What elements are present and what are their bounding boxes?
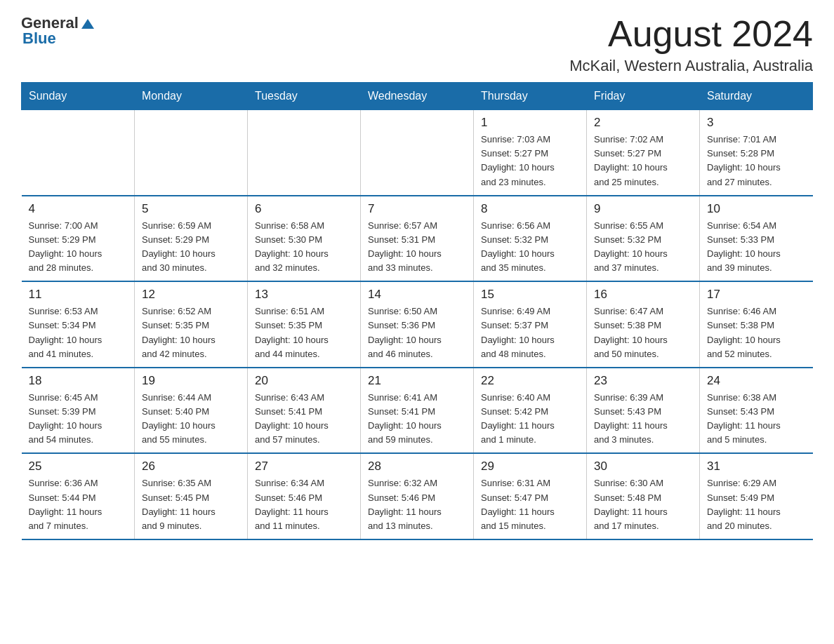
- day-number: 7: [368, 202, 466, 216]
- day-info: Sunrise: 6:44 AMSunset: 5:40 PMDaylight:…: [142, 391, 240, 448]
- calendar-day-cell: 1Sunrise: 7:03 AMSunset: 5:27 PMDaylight…: [474, 110, 587, 196]
- calendar-day-cell: 15Sunrise: 6:49 AMSunset: 5:37 PMDayligh…: [474, 281, 587, 368]
- day-number: 12: [142, 288, 240, 302]
- day-info: Sunrise: 6:52 AMSunset: 5:35 PMDaylight:…: [142, 304, 240, 361]
- calendar-day-cell: 26Sunrise: 6:35 AMSunset: 5:45 PMDayligh…: [135, 453, 248, 539]
- calendar-day-cell: 3Sunrise: 7:01 AMSunset: 5:28 PMDaylight…: [700, 110, 813, 196]
- calendar-day-cell: [22, 110, 135, 196]
- calendar-day-cell: 21Sunrise: 6:41 AMSunset: 5:41 PMDayligh…: [361, 368, 474, 454]
- page-header: General Blue August 2024 McKail, Western…: [21, 14, 813, 75]
- calendar-day-cell: 17Sunrise: 6:46 AMSunset: 5:38 PMDayligh…: [700, 281, 813, 368]
- calendar-day-cell: 9Sunrise: 6:55 AMSunset: 5:32 PMDaylight…: [587, 196, 700, 282]
- day-number: 16: [594, 288, 692, 302]
- weekday-header-friday: Friday: [587, 83, 700, 110]
- day-info: Sunrise: 6:36 AMSunset: 5:44 PMDaylight:…: [29, 476, 128, 533]
- calendar-day-cell: 5Sunrise: 6:59 AMSunset: 5:29 PMDaylight…: [135, 196, 248, 282]
- day-info: Sunrise: 6:59 AMSunset: 5:29 PMDaylight:…: [142, 219, 240, 276]
- day-number: 20: [255, 374, 353, 388]
- day-info: Sunrise: 6:30 AMSunset: 5:48 PMDaylight:…: [594, 476, 692, 533]
- logo-blue-text: Blue: [22, 29, 56, 48]
- calendar-day-cell: 22Sunrise: 6:40 AMSunset: 5:42 PMDayligh…: [474, 368, 587, 454]
- calendar-day-cell: 14Sunrise: 6:50 AMSunset: 5:36 PMDayligh…: [361, 281, 474, 368]
- day-number: 18: [29, 374, 128, 388]
- day-number: 25: [29, 459, 128, 474]
- weekday-header-tuesday: Tuesday: [248, 83, 361, 110]
- month-year-title: August 2024: [569, 14, 813, 54]
- day-number: 3: [707, 116, 806, 130]
- day-number: 10: [707, 202, 806, 216]
- day-number: 6: [255, 202, 353, 216]
- day-info: Sunrise: 6:56 AMSunset: 5:32 PMDaylight:…: [481, 219, 579, 276]
- day-info: Sunrise: 6:41 AMSunset: 5:41 PMDaylight:…: [368, 391, 466, 448]
- day-number: 29: [481, 459, 579, 474]
- day-info: Sunrise: 6:43 AMSunset: 5:41 PMDaylight:…: [255, 391, 353, 448]
- day-number: 2: [594, 116, 692, 130]
- calendar-header-row: SundayMondayTuesdayWednesdayThursdayFrid…: [22, 83, 813, 110]
- day-info: Sunrise: 6:50 AMSunset: 5:36 PMDaylight:…: [368, 304, 466, 361]
- day-info: Sunrise: 7:01 AMSunset: 5:28 PMDaylight:…: [707, 133, 806, 189]
- day-info: Sunrise: 7:00 AMSunset: 5:29 PMDaylight:…: [29, 219, 128, 276]
- day-info: Sunrise: 7:03 AMSunset: 5:27 PMDaylight:…: [481, 133, 579, 189]
- weekday-header-sunday: Sunday: [22, 83, 135, 110]
- day-number: 11: [29, 288, 128, 302]
- calendar-day-cell: 7Sunrise: 6:57 AMSunset: 5:31 PMDaylight…: [361, 196, 474, 282]
- day-number: 30: [594, 459, 692, 474]
- day-number: 23: [594, 374, 692, 388]
- calendar-day-cell: 27Sunrise: 6:34 AMSunset: 5:46 PMDayligh…: [248, 453, 361, 539]
- day-info: Sunrise: 6:46 AMSunset: 5:38 PMDaylight:…: [707, 304, 806, 361]
- day-number: 5: [142, 202, 240, 216]
- calendar-day-cell: 20Sunrise: 6:43 AMSunset: 5:41 PMDayligh…: [248, 368, 361, 454]
- calendar-day-cell: 6Sunrise: 6:58 AMSunset: 5:30 PMDaylight…: [248, 196, 361, 282]
- day-info: Sunrise: 6:39 AMSunset: 5:43 PMDaylight:…: [594, 391, 692, 448]
- weekday-header-monday: Monday: [135, 83, 248, 110]
- day-info: Sunrise: 6:47 AMSunset: 5:38 PMDaylight:…: [594, 304, 692, 361]
- calendar-week-row: 25Sunrise: 6:36 AMSunset: 5:44 PMDayligh…: [22, 453, 813, 539]
- day-number: 24: [707, 374, 806, 388]
- calendar-day-cell: 29Sunrise: 6:31 AMSunset: 5:47 PMDayligh…: [474, 453, 587, 539]
- day-number: 27: [255, 459, 353, 474]
- logo: General Blue: [21, 14, 94, 48]
- calendar-day-cell: 16Sunrise: 6:47 AMSunset: 5:38 PMDayligh…: [587, 281, 700, 368]
- day-info: Sunrise: 6:51 AMSunset: 5:35 PMDaylight:…: [255, 304, 353, 361]
- day-info: Sunrise: 6:49 AMSunset: 5:37 PMDaylight:…: [481, 304, 579, 361]
- location-text: McKail, Western Australia, Australia: [569, 57, 813, 75]
- calendar-day-cell: 10Sunrise: 6:54 AMSunset: 5:33 PMDayligh…: [700, 196, 813, 282]
- calendar-day-cell: 13Sunrise: 6:51 AMSunset: 5:35 PMDayligh…: [248, 281, 361, 368]
- day-number: 9: [594, 202, 692, 216]
- day-number: 19: [142, 374, 240, 388]
- day-number: 4: [29, 202, 128, 216]
- day-number: 26: [142, 459, 240, 474]
- day-info: Sunrise: 6:53 AMSunset: 5:34 PMDaylight:…: [29, 304, 128, 361]
- day-number: 17: [707, 288, 806, 302]
- calendar-day-cell: 19Sunrise: 6:44 AMSunset: 5:40 PMDayligh…: [135, 368, 248, 454]
- calendar-week-row: 4Sunrise: 7:00 AMSunset: 5:29 PMDaylight…: [22, 196, 813, 282]
- calendar-week-row: 18Sunrise: 6:45 AMSunset: 5:39 PMDayligh…: [22, 368, 813, 454]
- calendar-day-cell: 4Sunrise: 7:00 AMSunset: 5:29 PMDaylight…: [22, 196, 135, 282]
- day-info: Sunrise: 6:57 AMSunset: 5:31 PMDaylight:…: [368, 219, 466, 276]
- day-info: Sunrise: 6:45 AMSunset: 5:39 PMDaylight:…: [29, 391, 128, 448]
- calendar-day-cell: 25Sunrise: 6:36 AMSunset: 5:44 PMDayligh…: [22, 453, 135, 539]
- calendar-day-cell: 8Sunrise: 6:56 AMSunset: 5:32 PMDaylight…: [474, 196, 587, 282]
- day-number: 22: [481, 374, 579, 388]
- calendar-day-cell: 28Sunrise: 6:32 AMSunset: 5:46 PMDayligh…: [361, 453, 474, 539]
- calendar-week-row: 11Sunrise: 6:53 AMSunset: 5:34 PMDayligh…: [22, 281, 813, 368]
- day-number: 31: [707, 459, 806, 474]
- calendar-day-cell: 23Sunrise: 6:39 AMSunset: 5:43 PMDayligh…: [587, 368, 700, 454]
- day-number: 15: [481, 288, 579, 302]
- calendar-day-cell: 12Sunrise: 6:52 AMSunset: 5:35 PMDayligh…: [135, 281, 248, 368]
- calendar-day-cell: [361, 110, 474, 196]
- day-number: 1: [481, 116, 579, 130]
- day-info: Sunrise: 6:35 AMSunset: 5:45 PMDaylight:…: [142, 476, 240, 533]
- day-info: Sunrise: 6:31 AMSunset: 5:47 PMDaylight:…: [481, 476, 579, 533]
- day-info: Sunrise: 6:55 AMSunset: 5:32 PMDaylight:…: [594, 219, 692, 276]
- calendar-day-cell: 18Sunrise: 6:45 AMSunset: 5:39 PMDayligh…: [22, 368, 135, 454]
- day-number: 8: [481, 202, 579, 216]
- calendar-week-row: 1Sunrise: 7:03 AMSunset: 5:27 PMDaylight…: [22, 110, 813, 196]
- day-info: Sunrise: 6:38 AMSunset: 5:43 PMDaylight:…: [707, 391, 806, 448]
- day-info: Sunrise: 6:40 AMSunset: 5:42 PMDaylight:…: [481, 391, 579, 448]
- calendar-table: SundayMondayTuesdayWednesdayThursdayFrid…: [21, 82, 813, 540]
- day-info: Sunrise: 7:02 AMSunset: 5:27 PMDaylight:…: [594, 133, 692, 189]
- calendar-day-cell: 11Sunrise: 6:53 AMSunset: 5:34 PMDayligh…: [22, 281, 135, 368]
- day-number: 14: [368, 288, 466, 302]
- day-info: Sunrise: 6:29 AMSunset: 5:49 PMDaylight:…: [707, 476, 806, 533]
